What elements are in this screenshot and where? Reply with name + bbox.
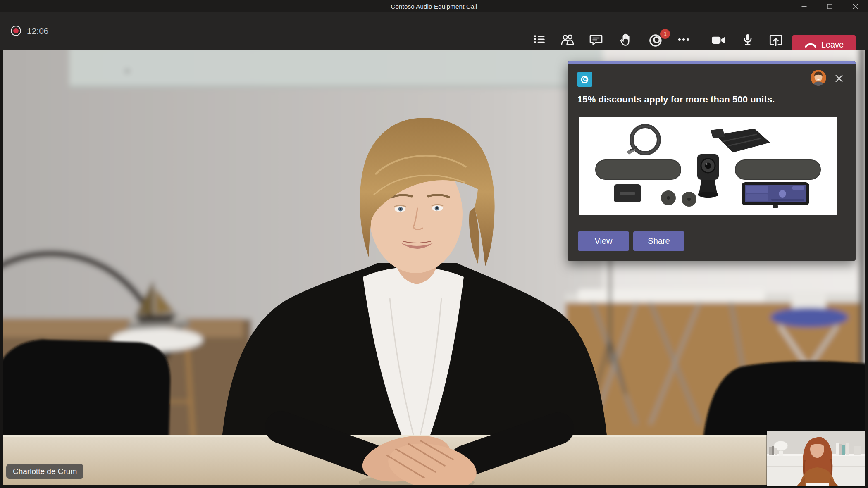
close-window-button[interactable]: [842, 0, 868, 12]
participant-name-tag: Charlotte de Crum: [6, 464, 83, 479]
chat-icon: [589, 32, 603, 47]
loop-app-icon: [580, 74, 590, 84]
card-actions: View Share: [578, 231, 684, 251]
notification-badge: 1: [660, 29, 670, 39]
minimize-button[interactable]: [791, 0, 817, 12]
self-view-tile[interactable]: [767, 431, 865, 486]
close-icon: [853, 4, 858, 9]
people-icon: [560, 32, 575, 47]
camera-icon: [711, 32, 726, 48]
title-bar: Contoso Audio Equipment Call: [0, 0, 868, 12]
share-button[interactable]: Share: [633, 231, 684, 251]
call-toolbar: 12:06 1: [0, 12, 868, 50]
dismiss-notification-button[interactable]: [834, 73, 844, 84]
list-icon: [532, 32, 546, 46]
record-icon: [11, 26, 21, 36]
teams-call-window: { "window": { "title": "Contoso Audio Eq…: [0, 0, 868, 488]
maximize-icon: [827, 4, 832, 9]
app-notification-card: 15% discounts apply for more than 500 un…: [568, 61, 856, 261]
recording-indicator: 12:06: [11, 26, 49, 36]
leave-label: Leave: [821, 40, 844, 50]
self-view-scene: [767, 431, 865, 486]
app-tile[interactable]: [577, 72, 592, 87]
view-button[interactable]: View: [578, 231, 629, 251]
ellipsis-icon: [676, 32, 691, 47]
sender-avatar[interactable]: [811, 70, 826, 86]
hang-up-icon: [804, 42, 817, 48]
product-image: [579, 117, 837, 215]
audio-equipment-illustration: [579, 117, 837, 215]
close-icon: [835, 74, 843, 83]
notification-message: 15% discounts apply for more than 500 un…: [577, 94, 846, 105]
avatar-image: [811, 70, 826, 86]
mic-icon: [740, 32, 755, 47]
window-title: Contoso Audio Equipment Call: [391, 3, 477, 10]
raised-hand-icon: [618, 32, 633, 47]
maximize-button[interactable]: [817, 0, 842, 12]
minimize-icon: [801, 4, 807, 9]
card-accent-bar: [568, 61, 856, 64]
share-screen-icon: [768, 32, 784, 48]
window-controls: [791, 0, 868, 12]
call-timer: 12:06: [27, 26, 49, 36]
